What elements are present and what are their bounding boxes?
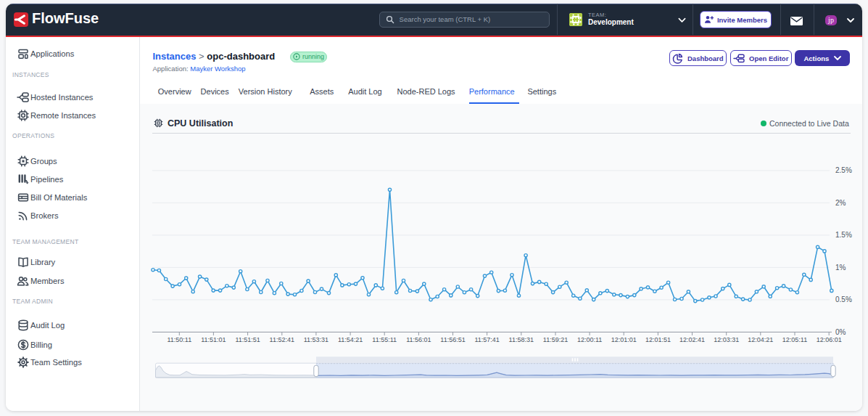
svg-text:12:01:01: 12:01:01 xyxy=(611,336,637,343)
svg-text:2%: 2% xyxy=(835,199,846,207)
svg-text:12:05:11: 12:05:11 xyxy=(782,336,807,343)
svg-text:11:59:21: 11:59:21 xyxy=(543,336,568,343)
svg-text:11:57:41: 11:57:41 xyxy=(474,336,499,343)
svg-text:12:03:31: 12:03:31 xyxy=(714,336,739,343)
svg-text:11:50:11: 11:50:11 xyxy=(167,336,191,343)
svg-text:11:55:11: 11:55:11 xyxy=(372,336,397,343)
svg-text:11:58:31: 11:58:31 xyxy=(509,336,534,343)
svg-text:11:56:51: 11:56:51 xyxy=(440,336,465,343)
svg-text:12:04:21: 12:04:21 xyxy=(748,336,773,343)
svg-text:11:52:41: 11:52:41 xyxy=(270,336,294,343)
svg-text:12:00:11: 12:00:11 xyxy=(577,336,602,343)
svg-text:12:06:01: 12:06:01 xyxy=(817,336,842,343)
svg-text:11:53:31: 11:53:31 xyxy=(304,336,328,343)
svg-text:11:56:01: 11:56:01 xyxy=(406,336,431,343)
svg-text:1%: 1% xyxy=(835,264,846,272)
svg-text:0%: 0% xyxy=(835,328,846,336)
svg-text:2.5%: 2.5% xyxy=(835,166,852,174)
svg-text:11:51:01: 11:51:01 xyxy=(201,336,226,343)
svg-text:1.5%: 1.5% xyxy=(835,231,852,239)
svg-text:12:02:41: 12:02:41 xyxy=(679,336,705,343)
svg-text:11:54:21: 11:54:21 xyxy=(338,336,363,343)
svg-text:11:51:51: 11:51:51 xyxy=(235,336,260,343)
svg-text:0.5%: 0.5% xyxy=(835,295,852,303)
svg-text:12:01:51: 12:01:51 xyxy=(645,336,671,343)
